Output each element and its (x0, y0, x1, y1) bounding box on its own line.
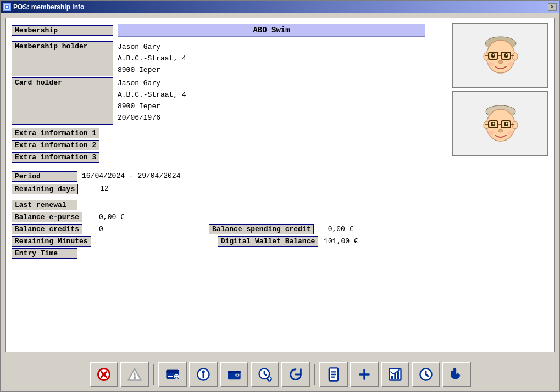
last-renewal-value (77, 204, 86, 205)
svg-point-5 (512, 53, 518, 60)
holder-address: A.B.C.-Straat, 4 (118, 53, 186, 65)
history-button[interactable] (412, 362, 440, 387)
svg-point-46 (202, 371, 204, 372)
extra-info-3-label: Extra information 3 (12, 152, 99, 163)
svg-rect-1 (6, 6, 8, 8)
content-area: Membership ABO Swim Membership holder Ja… (1, 13, 559, 357)
svg-rect-62 (391, 376, 393, 379)
remaining-days-label: Remaining days (12, 184, 78, 194)
period-label: Period (12, 171, 77, 182)
info-button[interactable] (189, 362, 218, 387)
remaining-days-value: 12 (78, 184, 113, 194)
warning-button[interactable] (120, 362, 149, 387)
toolbar (1, 357, 559, 391)
remaining-minutes-value (91, 240, 212, 242)
last-renewal-row: Last renewal (12, 200, 548, 210)
window-icon (3, 3, 11, 11)
svg-point-32 (487, 131, 494, 135)
svg-rect-41 (168, 376, 172, 377)
svg-point-38 (134, 378, 135, 379)
holder-city: 8900 Ieper (118, 65, 186, 76)
main-panel: Membership ABO Swim Membership holder Ja… (5, 18, 555, 352)
svg-rect-64 (397, 371, 399, 379)
period-value: 16/04/2024 - 29/04/2024 (77, 171, 185, 182)
extra-info-2-label: Extra information 2 (12, 140, 99, 150)
title-bar: POS: membership info × (1, 1, 559, 13)
balance-credits-row: Balance credits 0 Balance spending credi… (12, 224, 548, 234)
svg-point-30 (506, 123, 507, 125)
balance-spending-credit-value: 0,00 € (314, 225, 358, 234)
card-holder-name: Jason Gary (118, 78, 186, 89)
window-title: POS: membership info (13, 3, 84, 11)
svg-rect-63 (394, 373, 396, 379)
digital-wallet-value: 101,00 € (318, 237, 362, 246)
photo-top (452, 23, 548, 88)
remaining-minutes-label: Remaining Minutes (12, 236, 91, 247)
svg-point-29 (492, 123, 494, 125)
card-holder-address: A.B.C.-Straat, 4 (118, 89, 186, 101)
wallet-button[interactable] (220, 362, 248, 387)
svg-point-16 (487, 62, 494, 66)
membership-label: Membership (12, 25, 113, 36)
balance-epurse-value: 0,00 € (82, 212, 129, 222)
digital-wallet-label: Digital Wallet Balance (218, 236, 319, 247)
balance-spending-credit-label: Balance spending credit (209, 224, 314, 234)
remaining-days-row: Remaining days 12 (12, 184, 548, 194)
svg-point-33 (507, 131, 514, 135)
entry-time-value (77, 253, 86, 254)
svg-point-14 (506, 54, 507, 56)
card-holder-city: 8900 Ieper (118, 101, 186, 113)
main-window: POS: membership info × (0, 0, 560, 392)
clock-add-button[interactable] (251, 362, 279, 387)
close-button[interactable] (90, 362, 118, 387)
extra-info-1-label: Extra information 1 (12, 128, 99, 138)
svg-point-15 (498, 60, 503, 64)
separator-1 (153, 364, 154, 385)
member-card-button[interactable] (158, 362, 187, 387)
period-row: Period 16/04/2024 - 29/04/2024 (12, 171, 548, 182)
svg-point-21 (512, 121, 518, 129)
balances-section: Last renewal Balance e-purse 0,00 € Bala… (12, 200, 548, 259)
separator-2 (314, 364, 315, 385)
photos-container (452, 23, 548, 156)
membership-name: ABO Swim (118, 24, 425, 37)
card-holder-dob: 20/06/1976 (118, 113, 186, 124)
card-holder-values: Jason Gary A.B.C.-Straat, 4 8900 Ieper 2… (113, 77, 191, 124)
balance-epurse-label: Balance e-purse (12, 212, 82, 222)
photo-bottom (452, 91, 548, 156)
touch-button[interactable] (442, 362, 471, 387)
balance-epurse-row: Balance e-purse 0,00 € (12, 212, 548, 222)
balance-credits-value: 0 (82, 225, 203, 234)
svg-point-50 (236, 374, 237, 376)
svg-rect-40 (166, 369, 179, 373)
svg-point-31 (498, 129, 503, 132)
remaining-minutes-row: Remaining Minutes Digital Wallet Balance… (12, 236, 548, 247)
chart-button[interactable] (381, 362, 409, 387)
balance-credits-label: Balance credits (12, 224, 82, 234)
svg-point-17 (507, 62, 514, 66)
window-close-button[interactable]: × (548, 3, 557, 11)
holder-label: Membership holder (12, 41, 113, 76)
entry-time-row: Entry Time (12, 248, 548, 259)
entry-time-label: Entry Time (12, 248, 77, 259)
refresh-button[interactable] (281, 362, 310, 387)
holder-name: Jason Gary (118, 42, 186, 53)
plus-button[interactable] (350, 362, 379, 387)
card-holder-label: Card holder (12, 77, 113, 124)
document-button[interactable] (319, 362, 348, 387)
svg-point-13 (492, 54, 494, 56)
svg-rect-48 (228, 371, 240, 373)
last-renewal-label: Last renewal (12, 200, 77, 210)
holder-values: Jason Gary A.B.C.-Straat, 4 8900 Ieper (113, 41, 191, 76)
